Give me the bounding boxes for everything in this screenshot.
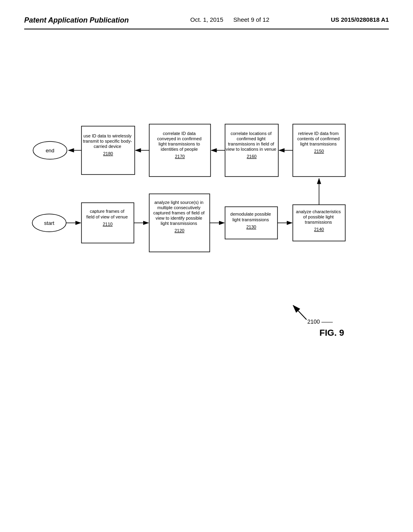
figure-number-label: FIG. 9 [319, 328, 344, 338]
header: Patent Application Publication Oct. 1, 2… [24, 16, 389, 29]
arrow-fig-ref [293, 305, 307, 320]
header-sheet: Sheet 9 of 12 [234, 16, 269, 23]
start-label: start [44, 220, 54, 226]
figure-ref-label: 2100 —— [307, 318, 333, 325]
header-date: Oct. 1, 2015 [190, 16, 223, 23]
end-label: end [46, 148, 54, 154]
header-center: Oct. 1, 2015 Sheet 9 of 12 [190, 16, 269, 23]
header-patent: US 2015/0280818 A1 [331, 16, 389, 23]
header-left-label: Patent Application Publication [24, 16, 129, 25]
page: Patent Application Publication Oct. 1, 2… [0, 0, 413, 532]
flowchart-svg: start capture frames of field of view of… [25, 46, 388, 348]
diagram-area: start capture frames of field of view of… [24, 46, 389, 348]
